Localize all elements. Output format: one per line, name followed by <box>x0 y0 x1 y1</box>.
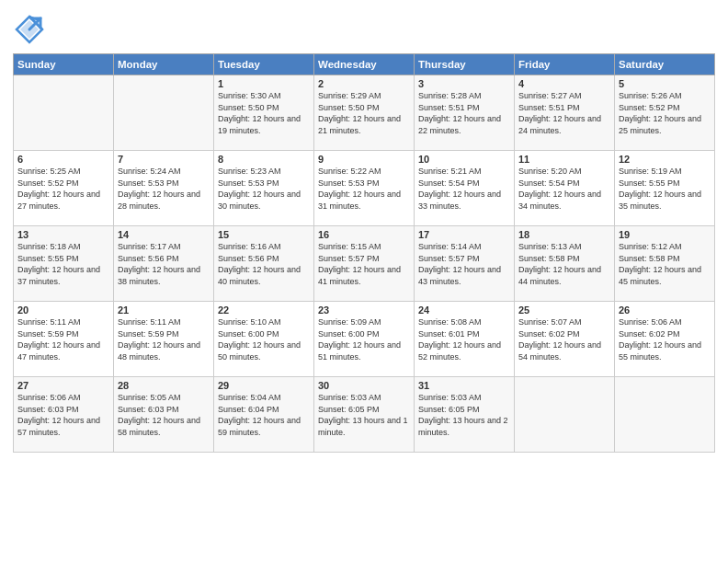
day-info: Sunrise: 5:20 AM Sunset: 5:54 PM Dayligh… <box>518 166 610 212</box>
day-info: Sunrise: 5:09 AM Sunset: 6:00 PM Dayligh… <box>318 316 410 362</box>
calendar-cell <box>114 75 214 151</box>
day-number: 2 <box>318 78 410 89</box>
day-number: 21 <box>118 304 210 316</box>
week-row-2: 6Sunrise: 5:25 AM Sunset: 5:52 PM Daylig… <box>14 151 715 226</box>
day-info: Sunrise: 5:26 AM Sunset: 5:52 PM Dayligh… <box>619 90 711 136</box>
calendar-cell: 1Sunrise: 5:30 AM Sunset: 5:50 PM Daylig… <box>214 75 314 151</box>
calendar-cell: 31Sunrise: 5:03 AM Sunset: 6:05 PM Dayli… <box>415 377 515 453</box>
day-info: Sunrise: 5:06 AM Sunset: 6:02 PM Dayligh… <box>619 316 711 362</box>
day-number: 18 <box>518 229 610 240</box>
day-info: Sunrise: 5:06 AM Sunset: 6:03 PM Dayligh… <box>17 392 109 438</box>
calendar-cell: 16Sunrise: 5:15 AM Sunset: 5:57 PM Dayli… <box>314 226 415 302</box>
day-info: Sunrise: 5:17 AM Sunset: 5:56 PM Dayligh… <box>118 241 210 287</box>
calendar-table: SundayMondayTuesdayWednesdayThursdayFrid… <box>13 53 715 453</box>
day-number: 23 <box>318 304 410 316</box>
day-info: Sunrise: 5:12 AM Sunset: 5:58 PM Dayligh… <box>619 241 711 287</box>
day-info: Sunrise: 5:28 AM Sunset: 5:51 PM Dayligh… <box>418 90 510 136</box>
calendar-cell: 11Sunrise: 5:20 AM Sunset: 5:54 PM Dayli… <box>515 151 615 226</box>
calendar-cell: 17Sunrise: 5:14 AM Sunset: 5:57 PM Dayli… <box>415 226 515 302</box>
week-row-5: 27Sunrise: 5:06 AM Sunset: 6:03 PM Dayli… <box>14 377 715 453</box>
day-number: 31 <box>418 380 510 391</box>
day-info: Sunrise: 5:04 AM Sunset: 6:04 PM Dayligh… <box>218 392 310 438</box>
page: SundayMondayTuesdayWednesdayThursdayFrid… <box>0 0 728 460</box>
calendar-cell <box>14 75 114 151</box>
day-info: Sunrise: 5:24 AM Sunset: 5:53 PM Dayligh… <box>118 166 210 212</box>
weekday-header-friday: Friday <box>515 54 615 75</box>
day-number: 7 <box>118 154 210 165</box>
calendar-cell <box>615 377 715 453</box>
weekday-header-wednesday: Wednesday <box>314 54 415 75</box>
day-number: 22 <box>218 304 310 316</box>
day-number: 24 <box>418 304 510 316</box>
day-info: Sunrise: 5:15 AM Sunset: 5:57 PM Dayligh… <box>318 241 410 287</box>
day-number: 15 <box>218 229 310 240</box>
day-info: Sunrise: 5:13 AM Sunset: 5:58 PM Dayligh… <box>518 241 610 287</box>
day-number: 19 <box>619 229 711 240</box>
day-info: Sunrise: 5:21 AM Sunset: 5:54 PM Dayligh… <box>418 166 510 212</box>
day-number: 13 <box>17 229 109 240</box>
day-info: Sunrise: 5:16 AM Sunset: 5:56 PM Dayligh… <box>218 241 310 287</box>
calendar-cell: 19Sunrise: 5:12 AM Sunset: 5:58 PM Dayli… <box>615 226 715 302</box>
day-number: 27 <box>17 380 109 391</box>
calendar-cell: 6Sunrise: 5:25 AM Sunset: 5:52 PM Daylig… <box>14 151 114 226</box>
calendar-cell: 15Sunrise: 5:16 AM Sunset: 5:56 PM Dayli… <box>214 226 314 302</box>
day-info: Sunrise: 5:07 AM Sunset: 6:02 PM Dayligh… <box>518 316 610 362</box>
calendar-cell: 10Sunrise: 5:21 AM Sunset: 5:54 PM Dayli… <box>415 151 515 226</box>
weekday-header-sunday: Sunday <box>14 54 114 75</box>
calendar-cell: 24Sunrise: 5:08 AM Sunset: 6:01 PM Dayli… <box>415 302 515 377</box>
day-number: 16 <box>318 229 410 240</box>
calendar-cell: 2Sunrise: 5:29 AM Sunset: 5:50 PM Daylig… <box>314 75 415 151</box>
day-info: Sunrise: 5:11 AM Sunset: 5:59 PM Dayligh… <box>17 316 109 362</box>
calendar-cell: 28Sunrise: 5:05 AM Sunset: 6:03 PM Dayli… <box>114 377 214 453</box>
day-number: 28 <box>118 380 210 391</box>
calendar-cell: 30Sunrise: 5:03 AM Sunset: 6:05 PM Dayli… <box>314 377 415 453</box>
calendar-body: 1Sunrise: 5:30 AM Sunset: 5:50 PM Daylig… <box>14 75 715 453</box>
calendar-cell: 14Sunrise: 5:17 AM Sunset: 5:56 PM Dayli… <box>114 226 214 302</box>
calendar-cell: 25Sunrise: 5:07 AM Sunset: 6:02 PM Dayli… <box>515 302 615 377</box>
day-number: 11 <box>518 154 610 165</box>
day-info: Sunrise: 5:27 AM Sunset: 5:51 PM Dayligh… <box>518 90 610 136</box>
day-info: Sunrise: 5:10 AM Sunset: 6:00 PM Dayligh… <box>218 316 310 362</box>
calendar-cell: 9Sunrise: 5:22 AM Sunset: 5:53 PM Daylig… <box>314 151 415 226</box>
day-info: Sunrise: 5:11 AM Sunset: 5:59 PM Dayligh… <box>118 316 210 362</box>
day-number: 14 <box>118 229 210 240</box>
day-info: Sunrise: 5:23 AM Sunset: 5:53 PM Dayligh… <box>218 166 310 212</box>
day-number: 3 <box>418 78 510 89</box>
day-number: 6 <box>17 154 109 165</box>
calendar-cell: 20Sunrise: 5:11 AM Sunset: 5:59 PM Dayli… <box>14 302 114 377</box>
day-number: 30 <box>318 380 410 391</box>
logo <box>13 13 50 46</box>
day-info: Sunrise: 5:03 AM Sunset: 6:05 PM Dayligh… <box>318 392 410 438</box>
day-number: 20 <box>17 304 109 316</box>
calendar-cell: 18Sunrise: 5:13 AM Sunset: 5:58 PM Dayli… <box>515 226 615 302</box>
day-info: Sunrise: 5:25 AM Sunset: 5:52 PM Dayligh… <box>17 166 109 212</box>
day-number: 8 <box>218 154 310 165</box>
calendar-cell: 12Sunrise: 5:19 AM Sunset: 5:55 PM Dayli… <box>615 151 715 226</box>
weekday-header-thursday: Thursday <box>415 54 515 75</box>
day-info: Sunrise: 5:14 AM Sunset: 5:57 PM Dayligh… <box>418 241 510 287</box>
week-row-4: 20Sunrise: 5:11 AM Sunset: 5:59 PM Dayli… <box>14 302 715 377</box>
day-info: Sunrise: 5:05 AM Sunset: 6:03 PM Dayligh… <box>118 392 210 438</box>
calendar-cell: 26Sunrise: 5:06 AM Sunset: 6:02 PM Dayli… <box>615 302 715 377</box>
calendar-cell: 27Sunrise: 5:06 AM Sunset: 6:03 PM Dayli… <box>14 377 114 453</box>
day-info: Sunrise: 5:18 AM Sunset: 5:55 PM Dayligh… <box>17 241 109 287</box>
calendar-cell: 8Sunrise: 5:23 AM Sunset: 5:53 PM Daylig… <box>214 151 314 226</box>
day-info: Sunrise: 5:30 AM Sunset: 5:50 PM Dayligh… <box>218 90 310 136</box>
weekday-header-tuesday: Tuesday <box>214 54 314 75</box>
calendar-cell: 21Sunrise: 5:11 AM Sunset: 5:59 PM Dayli… <box>114 302 214 377</box>
weekday-header-monday: Monday <box>114 54 214 75</box>
day-number: 25 <box>518 304 610 316</box>
calendar-cell: 5Sunrise: 5:26 AM Sunset: 5:52 PM Daylig… <box>615 75 715 151</box>
calendar-cell: 22Sunrise: 5:10 AM Sunset: 6:00 PM Dayli… <box>214 302 314 377</box>
day-info: Sunrise: 5:22 AM Sunset: 5:53 PM Dayligh… <box>318 166 410 212</box>
calendar-cell: 13Sunrise: 5:18 AM Sunset: 5:55 PM Dayli… <box>14 226 114 302</box>
day-number: 10 <box>418 154 510 165</box>
day-number: 1 <box>218 78 310 89</box>
calendar-cell: 4Sunrise: 5:27 AM Sunset: 5:51 PM Daylig… <box>515 75 615 151</box>
day-number: 29 <box>218 380 310 391</box>
day-info: Sunrise: 5:29 AM Sunset: 5:50 PM Dayligh… <box>318 90 410 136</box>
day-number: 9 <box>318 154 410 165</box>
calendar-cell: 7Sunrise: 5:24 AM Sunset: 5:53 PM Daylig… <box>114 151 214 226</box>
calendar-cell: 3Sunrise: 5:28 AM Sunset: 5:51 PM Daylig… <box>415 75 515 151</box>
week-row-1: 1Sunrise: 5:30 AM Sunset: 5:50 PM Daylig… <box>14 75 715 151</box>
